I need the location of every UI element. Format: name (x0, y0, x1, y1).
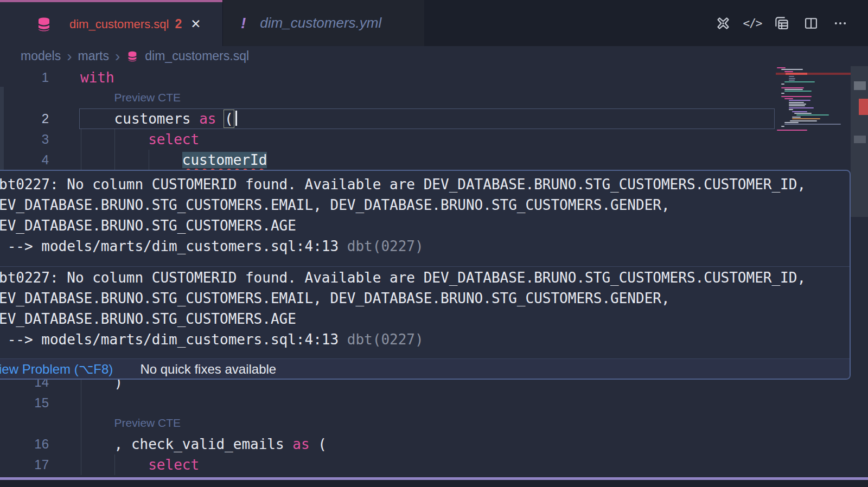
code-token: select (148, 457, 199, 473)
code-line[interactable]: 4customerId (0, 150, 868, 170)
error-token: customerId (182, 152, 267, 168)
code-token: customers (114, 111, 200, 127)
query-results-icon[interactable] (774, 15, 790, 31)
code-line[interactable]: 17select (0, 454, 868, 475)
breadcrumb-item-marts[interactable]: marts (78, 49, 109, 63)
error-location: --> models/marts/dim_customers.sql:4:13 (0, 331, 347, 348)
breadcrumb: models › marts › dim_customers.sql (0, 46, 868, 66)
line-number: 2 (0, 108, 80, 129)
line-number (0, 413, 80, 434)
split-editor-icon[interactable] (803, 15, 819, 31)
line-number: 15 (0, 393, 80, 413)
tab-label: dim_customers.sql (69, 17, 169, 31)
error-hover-body: bt0227: No column CUSTOMERID found. Avai… (0, 171, 850, 358)
line-number: 4 (0, 150, 80, 170)
code-line[interactable]: 2customers as ( (0, 108, 868, 129)
no-quick-fixes-text: No quick fixes available (140, 362, 276, 377)
breadcrumb-item-models[interactable]: models (21, 49, 61, 63)
error-message-line: EV_DATABASE.BRUNO.STG_CUSTOMERS.EMAIL, D… (0, 288, 850, 309)
database-icon (126, 50, 139, 63)
code-text: , check_valid_emails as ( (80, 434, 327, 454)
code-token: , check_valid_emails (114, 436, 293, 452)
code-area-top: 1withPreview CTE2customers as (3select4c… (0, 66, 868, 170)
editor: 1withPreview CTE2customers as (3select4c… (0, 66, 868, 487)
error-hover-popup: bt0227: No column CUSTOMERID found. Avai… (0, 170, 851, 380)
code-token: ( (310, 436, 327, 452)
line-number (0, 88, 80, 108)
codelens-row[interactable]: Preview CTE (0, 413, 868, 434)
tab-dim-customers-sql[interactable]: dim_customers.sql 2 ✕ (0, 0, 222, 46)
close-tab-icon[interactable]: ✕ (190, 17, 201, 31)
code-line[interactable]: 1with (0, 67, 868, 88)
error-count-badge: 2 (175, 17, 182, 31)
breadcrumb-item-file[interactable]: dim_customers.sql (145, 49, 249, 63)
chevron-right-icon: › (67, 51, 72, 62)
codelens-link[interactable]: Preview CTE (80, 88, 181, 108)
warning-indicator-icon: ! (241, 15, 246, 32)
code-token: as (199, 111, 216, 127)
error-code: dbt(0227) (347, 238, 424, 254)
code-text: customerId (80, 150, 267, 170)
codelens-row[interactable]: Preview CTE (0, 88, 868, 108)
code-text: with (80, 67, 114, 88)
code-text: select (80, 129, 199, 150)
error-location-line: --> models/marts/dim_customers.sql:4:13 … (0, 329, 850, 350)
error-code: dbt(0227) (347, 331, 424, 348)
text-cursor (235, 111, 237, 126)
code-line[interactable]: 3select (0, 129, 868, 150)
editor-actions: </> (715, 0, 868, 46)
codelens-link[interactable]: Preview CTE (80, 413, 181, 434)
code-token: with (80, 69, 114, 86)
code-token: select (148, 131, 199, 148)
tab-bar: dim_customers.sql 2 ✕ ! dim_customers.ym… (0, 0, 868, 46)
code-line[interactable]: 15 (0, 393, 868, 413)
view-problem-link[interactable]: iew Problem (⌥F8) (0, 362, 113, 377)
line-number: 3 (0, 129, 80, 150)
error-location: --> models/marts/dim_customers.sql:4:13 (0, 238, 347, 254)
code-icon[interactable]: </> (744, 15, 761, 31)
bottom-panel-edge (0, 480, 868, 487)
code-area-bottom: 14)15Preview CTE16, check_valid_emails a… (0, 372, 868, 475)
error-message-line: EV_DATABASE.BRUNO.STG_CUSTOMERS.AGE (0, 309, 850, 329)
indent-guide (81, 393, 81, 413)
hover-status-bar: iew Problem (⌥F8) No quick fixes availab… (0, 358, 850, 380)
error-message-block: bt0227: No column CUSTOMERID found. Avai… (0, 171, 850, 266)
error-message-line: bt0227: No column CUSTOMERID found. Avai… (0, 267, 850, 288)
error-message-line: EV_DATABASE.BRUNO.STG_CUSTOMERS.EMAIL, D… (0, 195, 850, 215)
error-message-block: bt0227: No column CUSTOMERID found. Avai… (0, 266, 850, 358)
vscode-window: { "tabs": [ {"label": "dim_customers.sql… (0, 0, 868, 487)
more-actions-icon[interactable] (832, 15, 848, 31)
error-message-line: EV_DATABASE.BRUNO.STG_CUSTOMERS.AGE (0, 215, 850, 236)
error-message-line: bt0227: No column CUSTOMERID found. Avai… (0, 174, 850, 195)
tab-label: dim_customers.yml (260, 15, 381, 31)
tab-dim-customers-yml[interactable]: ! dim_customers.yml (222, 0, 424, 46)
code-token (216, 111, 225, 127)
line-number: 1 (0, 67, 80, 88)
code-token: ( (225, 111, 233, 127)
dbt-icon[interactable] (715, 15, 731, 31)
line-number: 16 (0, 434, 80, 454)
code-text: select (80, 454, 199, 475)
code-token: as (292, 436, 309, 452)
database-icon (36, 16, 52, 33)
code-text: customers as ( (80, 108, 237, 129)
code-line[interactable]: 16, check_valid_emails as ( (0, 434, 868, 454)
line-number: 17 (0, 454, 80, 475)
chevron-right-icon: › (115, 51, 120, 62)
error-location-line: --> models/marts/dim_customers.sql:4:13 … (0, 236, 850, 257)
